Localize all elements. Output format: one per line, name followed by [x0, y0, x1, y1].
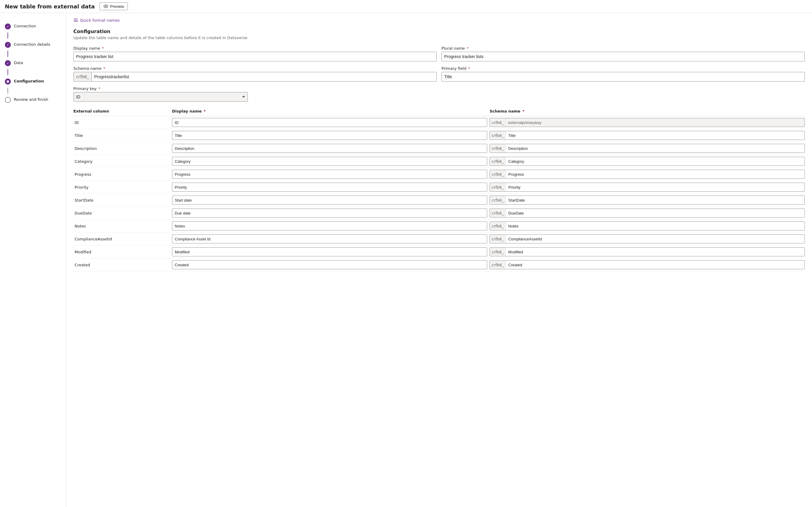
sidebar-label-data: Data	[14, 60, 23, 66]
col-schema-input[interactable]	[506, 196, 805, 204]
quick-format-names[interactable]: Quick format names	[73, 18, 805, 22]
col-schema-input[interactable]	[506, 235, 805, 243]
primary-key-label: Primary key *	[73, 87, 248, 91]
connector-4	[7, 88, 8, 94]
step-indicator-configuration	[5, 78, 11, 84]
col-display-input[interactable]	[172, 144, 487, 153]
col-display-input[interactable]	[172, 157, 487, 166]
col-schema-input[interactable]	[506, 222, 805, 230]
col-external-value: Description	[73, 146, 170, 151]
section-description: Update the table name and details of the…	[73, 36, 805, 40]
check-icon-3	[6, 61, 9, 65]
quick-format-label: Quick format names	[80, 18, 120, 22]
col-schema-input[interactable]	[506, 248, 805, 256]
primary-key-select[interactable]: ID	[73, 92, 248, 102]
table-row: Categorycrfb6_	[73, 155, 805, 168]
col-schema-input[interactable]	[506, 131, 805, 139]
sidebar: Connection Connection details Data Confi…	[0, 13, 66, 507]
page-title: New table from external data	[5, 3, 95, 10]
sidebar-item-connection-details[interactable]: Connection details	[0, 39, 66, 51]
col-schema-prefix: crfb6_	[490, 157, 506, 166]
col-external-value: Title	[73, 133, 170, 138]
col-schema-cell: crfb6_	[490, 221, 805, 230]
sidebar-item-data[interactable]: Data	[0, 57, 66, 69]
col-schema-cell: crfb6_	[490, 144, 805, 153]
schema-name-input[interactable]	[92, 72, 436, 81]
svg-point-0	[105, 6, 107, 7]
col-schema-cell: crfb6_	[490, 234, 805, 243]
col-display-cell	[172, 260, 487, 269]
page-header: New table from external data Preview	[0, 0, 812, 13]
col-display-input[interactable]	[172, 260, 487, 269]
primary-field-label: Primary field *	[441, 66, 805, 71]
schema-prefix-label: crfb6_	[74, 72, 92, 81]
col-schema-prefix: crfb6_	[490, 183, 506, 191]
form-group-plural-name: Plural name *	[441, 46, 805, 61]
plural-name-input[interactable]	[441, 52, 805, 61]
configuration-section: Configuration Update the table name and …	[73, 29, 805, 271]
col-schema-input	[506, 118, 805, 127]
col-display-input[interactable]	[172, 234, 487, 243]
col-display-cell	[172, 118, 487, 127]
preview-button[interactable]: Preview	[100, 2, 128, 10]
step-indicator-review	[5, 97, 11, 103]
col-display-cell	[172, 183, 487, 192]
col-schema-prefix: crfb6_	[490, 196, 506, 204]
required-star-5: *	[97, 87, 101, 91]
col-display-input[interactable]	[172, 170, 487, 179]
col-schema-input[interactable]	[506, 183, 805, 191]
table-row: Progresscrfb6_	[73, 168, 805, 181]
col-display-cell	[172, 221, 487, 230]
form-row-schema: Schema name * crfb6_ Primary field *	[73, 66, 805, 81]
sidebar-item-configuration[interactable]: Configuration	[0, 75, 66, 88]
table-row: Titlecrfb6_	[73, 129, 805, 142]
col-display-input[interactable]	[172, 195, 487, 205]
col-schema-cell: crfb6_	[490, 209, 805, 218]
required-star-1: *	[101, 46, 104, 51]
col-schema-prefix: crfb6_	[490, 170, 506, 178]
check-icon-2	[6, 43, 9, 47]
form-row-primary-key: Primary key * ID	[73, 87, 805, 102]
col-external-value: StartDate	[73, 198, 170, 203]
form-group-primary-key: Primary key * ID	[73, 87, 248, 102]
col-schema-prefix: crfb6_	[490, 261, 506, 269]
col-schema-input[interactable]	[506, 144, 805, 153]
col-display-input[interactable]	[172, 183, 487, 192]
display-name-label: Display name *	[73, 46, 437, 51]
table-row: DueDatecrfb6_	[73, 207, 805, 220]
preview-icon	[104, 4, 108, 9]
col-external-value: ID	[73, 120, 170, 125]
sidebar-item-connection[interactable]: Connection	[0, 20, 66, 33]
col-schema-input[interactable]	[506, 170, 805, 178]
primary-field-input[interactable]	[441, 72, 805, 81]
svg-point-1	[7, 80, 9, 83]
col-schema-input[interactable]	[506, 157, 805, 166]
columns-body: IDcrfb6_Titlecrfb6_Descriptioncrfb6_Cate…	[73, 116, 805, 271]
display-name-input[interactable]	[73, 52, 437, 61]
sidebar-label-connection-details: Connection details	[14, 42, 50, 47]
connector-3	[7, 69, 8, 75]
schema-name-field: crfb6_	[73, 72, 437, 81]
col-display-input[interactable]	[172, 118, 487, 127]
sidebar-item-review[interactable]: Review and finish	[0, 94, 66, 106]
col-display-input[interactable]	[172, 247, 487, 257]
col-header-schema: Schema name *	[490, 109, 805, 113]
col-schema-input[interactable]	[506, 261, 805, 269]
table-row: Modifiedcrfb6_	[73, 245, 805, 259]
table-row: IDcrfb6_	[73, 116, 805, 129]
col-header-display: Display name *	[172, 109, 487, 113]
col-display-cell	[172, 144, 487, 153]
connector-2	[7, 51, 8, 57]
col-external-value: Priority	[73, 185, 170, 189]
connector-1	[7, 33, 8, 39]
columns-header-row: External column Display name * Schema na…	[73, 109, 805, 116]
col-display-input[interactable]	[172, 209, 487, 218]
col-schema-cell: crfb6_	[490, 157, 805, 166]
col-display-input[interactable]	[172, 131, 487, 140]
col-schema-prefix: crfb6_	[490, 222, 506, 230]
col-display-cell	[172, 170, 487, 179]
col-schema-input[interactable]	[506, 209, 805, 217]
col-external-value: Modified	[73, 250, 170, 254]
main-container: Connection Connection details Data Confi…	[0, 13, 812, 507]
col-display-input[interactable]	[172, 221, 487, 230]
